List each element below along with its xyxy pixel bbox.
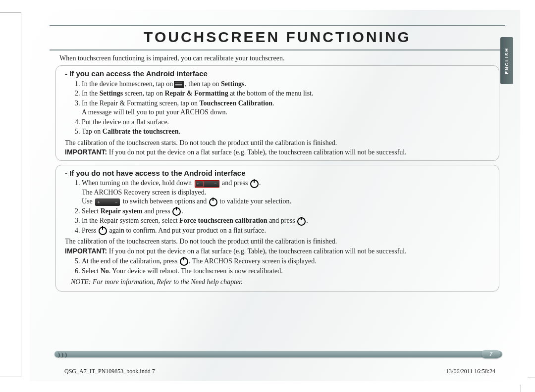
section-no-access: If you do not have access to the Android…: [55, 165, 499, 292]
power-icon: [297, 217, 306, 226]
title-bar: TOUCHSCREEN FUNCTIONING: [50, 25, 505, 50]
page: ENGLISH TOUCHSCREEN FUNCTIONING When tou…: [30, 10, 520, 381]
t: , then tap on: [185, 80, 221, 88]
t: If you do not put the device on a flat s…: [107, 247, 406, 255]
t: screen, tap on: [123, 90, 164, 97]
t: Settings: [221, 80, 244, 88]
sa-step2: In the Settings screen, tap on Repair & …: [82, 89, 492, 98]
t: Force touchscreen calibration: [179, 217, 268, 224]
indesign-timestamp: 13/06/2011 16:58:24: [446, 368, 495, 375]
volume-rocker-icon: +−: [95, 198, 120, 206]
t: . The ARCHOS Recovery screen is displaye…: [189, 257, 317, 265]
sa-step1: In the device homescreen, tap on, then t…: [82, 80, 492, 89]
t: In the device homescreen, tap on: [82, 80, 173, 88]
t: .: [179, 128, 181, 135]
intro-text: When touchscreen functioning is impaired…: [59, 54, 495, 62]
t: Select: [82, 267, 101, 275]
t: Use: [82, 197, 94, 205]
t: Select: [82, 207, 101, 215]
sb-step4: Press again to confirm. And put your pro…: [82, 226, 492, 235]
t: Repair & Formatting: [165, 90, 228, 97]
note: NOTE: For more information, Refer to the…: [71, 278, 492, 287]
crop-mark-icon: [528, 378, 535, 378]
t: In the: [82, 90, 100, 97]
t: .: [306, 217, 308, 224]
t: In the Repair & Formatting screen, tap o…: [82, 99, 200, 107]
t: and press: [143, 207, 172, 215]
power-icon: [250, 180, 259, 188]
t: .: [181, 207, 183, 215]
t: Tap on: [82, 128, 103, 135]
t: to switch between options and: [121, 197, 209, 205]
sb-step5: At the end of the calibration, press . T…: [82, 257, 492, 266]
t: at the bottom of the menu list.: [228, 90, 314, 97]
t: IMPORTANT:: [65, 247, 107, 255]
crop-margin-left: [0, 12, 21, 377]
t: Repair system: [101, 207, 143, 215]
power-icon: [209, 198, 217, 206]
sb-important: IMPORTANT: If you do not put the device …: [65, 246, 492, 256]
sa-calib: The calibration of the touchscreen start…: [65, 139, 492, 147]
sb-step2: Select Repair system and press .: [82, 207, 492, 216]
language-tab: ENGLISH: [500, 37, 513, 84]
sa-step4: Put the device on a flat surface.: [82, 118, 492, 127]
t: In the Repair system screen, select: [82, 217, 179, 224]
t: The ARCHOS Recovery screen is displayed.: [82, 188, 492, 197]
t: A message will tell you to put your ARCH…: [82, 108, 492, 117]
power-icon: [172, 207, 181, 216]
sb-step3: In the Repair system screen, select Forc…: [82, 216, 492, 225]
sa-important: IMPORTANT: If you do not put the device …: [65, 147, 492, 157]
t: No: [101, 267, 109, 275]
t: . Your device will reboot. The touchscre…: [109, 267, 283, 275]
t: Settings: [100, 90, 123, 97]
t: .: [272, 99, 274, 107]
t: IMPORTANT:: [65, 148, 107, 156]
t: When turning on the device, hold down: [82, 179, 194, 187]
t: Use +− to switch between options and to …: [82, 197, 492, 206]
menu-icon: [174, 81, 184, 88]
section-b-heading: If you do not have access to the Android…: [65, 168, 492, 178]
sb-step1: When turning on the device, hold down +−…: [82, 179, 492, 206]
footer-ornament: ⦘⦘⦘: [57, 352, 68, 358]
t: Press: [82, 227, 98, 234]
section-a-heading: If you can access the Android interface: [65, 69, 492, 79]
t: At the end of the calibration, press: [82, 257, 179, 265]
t: and press: [268, 217, 297, 224]
power-icon: [180, 257, 188, 266]
sa-step5: Tap on Calibrate the touchscreen.: [82, 127, 492, 136]
page-title: TOUCHSCREEN FUNCTIONING: [50, 29, 505, 46]
sb-step6: Select No. Your device will reboot. The …: [82, 267, 492, 276]
page-number: 7: [482, 350, 500, 358]
t: .: [259, 179, 261, 187]
t: again to confirm. And put your product o…: [107, 227, 266, 234]
crop-mark-icon: [521, 385, 521, 392]
power-icon: [99, 227, 107, 235]
t: to validate your selection.: [218, 197, 291, 205]
sa-step3: In the Repair & Formatting screen, tap o…: [82, 99, 492, 117]
section-can-access: If you can access the Android interface …: [55, 65, 499, 161]
t: Calibrate the touchscreen: [103, 128, 179, 135]
volume-rocker-icon: +−: [195, 180, 219, 188]
t: If you do not put the device on a flat s…: [107, 148, 406, 156]
t: Touchscreen Calibration: [200, 99, 272, 107]
t: .: [244, 80, 246, 88]
t: and press: [220, 179, 250, 187]
indesign-slug: QSG_A7_IT_PN109853_book.indd 7: [64, 368, 155, 375]
sb-calib: The calibration of the touchscreen start…: [65, 237, 492, 246]
footer-bar: ⦘⦘⦘ 7: [54, 351, 502, 357]
